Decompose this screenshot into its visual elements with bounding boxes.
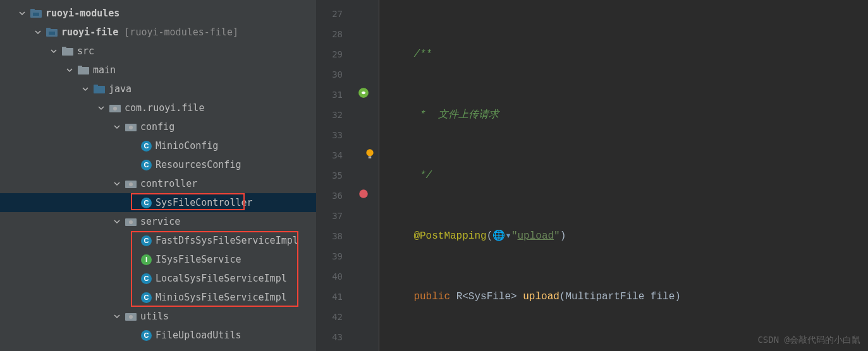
svg-rect-4 [46, 28, 51, 30]
tree-item-class[interactable]: C ResourcesConfig [0, 155, 316, 174]
svg-point-17 [129, 182, 133, 186]
class-icon: C [141, 273, 152, 284]
module-icon [30, 8, 42, 19]
tree-label: controller [140, 178, 197, 189]
tree-item-java[interactable]: java [0, 80, 316, 98]
svg-point-21 [129, 315, 133, 319]
tree-label: src [77, 45, 94, 57]
source-folder-icon [94, 83, 105, 95]
class-icon: C [141, 141, 152, 152]
tree-item-main[interactable]: main [0, 61, 316, 80]
svg-point-25 [359, 189, 368, 198]
chevron-down-icon[interactable] [113, 179, 121, 188]
tree-item-sysfilecontroller[interactable]: C SysFileController [0, 193, 316, 212]
tree-label: FastDfsSysFileServiceImpl [156, 235, 298, 246]
gutter-icons [354, 0, 379, 351]
chevron-down-icon[interactable] [34, 28, 42, 37]
svg-rect-11 [94, 85, 98, 87]
tree-item-interface[interactable]: I ISysFileService [0, 250, 316, 269]
svg-rect-9 [78, 66, 82, 68]
chevron-down-icon[interactable] [18, 9, 27, 18]
chevron-down-icon[interactable] [113, 122, 121, 131]
tree-item-modules[interactable]: ruoyi-modules [0, 4, 316, 23]
chevron-down-icon[interactable] [113, 217, 121, 226]
tree-item-controller[interactable]: controller [0, 174, 316, 193]
interface-icon: I [141, 254, 152, 265]
tree-label: SysFileController [156, 197, 253, 208]
package-icon [125, 178, 137, 189]
svg-rect-24 [369, 157, 372, 158]
chevron-down-icon[interactable] [113, 312, 121, 321]
class-icon: C [141, 292, 152, 303]
tree-label: java [109, 83, 131, 95]
svg-point-23 [366, 149, 373, 156]
tree-label: LocalSysFileServiceImpl [156, 273, 287, 284]
tree-label: ResourcesConfig [156, 159, 241, 170]
bulb-icon[interactable] [364, 148, 376, 159]
chevron-down-icon[interactable] [97, 104, 106, 112]
class-icon: C [141, 330, 152, 341]
project-tree[interactable]: ruoyi-modules ruoyi-file [ruoyi-modules-… [0, 0, 316, 351]
class-icon: C [141, 198, 152, 208]
tree-label: FileUploadUtils [156, 330, 241, 341]
svg-rect-1 [30, 9, 35, 11]
package-icon [125, 121, 137, 133]
code-area[interactable]: /** * 文件上传请求 */ @PostMapping(🌐▾"upload")… [379, 0, 868, 351]
tree-item-config[interactable]: config [0, 117, 316, 136]
tree-item-utils[interactable]: utils [0, 307, 316, 326]
tree-label: MinioConfig [156, 140, 218, 152]
spring-bean-icon[interactable] [358, 87, 369, 98]
tree-item-service[interactable]: service [0, 212, 316, 231]
chevron-down-icon[interactable] [49, 47, 58, 56]
line-number-gutter: 27282930 31323334 35363738 39404142 43 [316, 0, 354, 351]
tree-label: main [93, 64, 116, 76]
tree-label: ruoyi-file [ruoyi-modules-file] [61, 27, 238, 38]
chevron-down-icon[interactable] [65, 66, 74, 74]
tree-item-class[interactable]: C MinioConfig [0, 136, 316, 155]
tree-label: config [140, 121, 174, 133]
package-icon [109, 102, 121, 114]
svg-point-15 [129, 126, 133, 129]
svg-rect-7 [62, 47, 66, 49]
tree-label: service [140, 216, 180, 227]
tree-item-src[interactable]: src [0, 42, 316, 61]
tree-label: utils [140, 311, 169, 322]
tree-label: com.ruoyi.file [125, 102, 204, 114]
tree-item-class[interactable]: C MinioSysFileServiceImpl [0, 288, 316, 307]
module-icon [46, 27, 58, 38]
tree-label: ISysFileService [156, 254, 241, 265]
code-editor[interactable]: 27282930 31323334 35363738 39404142 43 /… [316, 0, 868, 351]
class-icon: C [141, 160, 152, 170]
svg-rect-5 [49, 32, 55, 35]
tree-item-file-module[interactable]: ruoyi-file [ruoyi-modules-file] [0, 23, 316, 42]
folder-icon [62, 45, 73, 57]
package-icon [125, 216, 137, 227]
svg-point-19 [129, 220, 133, 224]
breakpoint-icon[interactable] [358, 188, 369, 199]
watermark: CSDN @会敲代码的小白鼠 [757, 335, 860, 346]
package-icon [125, 311, 137, 322]
tree-item-class[interactable]: C LocalSysFileServiceImpl [0, 269, 316, 288]
chevron-down-icon[interactable] [81, 85, 90, 93]
class-icon: C [141, 235, 152, 246]
folder-icon [78, 64, 89, 76]
svg-point-13 [113, 107, 117, 110]
svg-rect-2 [33, 13, 39, 16]
tree-label: ruoyi-modules [46, 8, 119, 19]
tree-item-class[interactable]: C FastDfsSysFileServiceImpl [0, 231, 316, 250]
tree-item-class[interactable]: C FileUploadUtils [0, 326, 316, 345]
tree-item-package[interactable]: com.ruoyi.file [0, 98, 316, 117]
tree-label: MinioSysFileServiceImpl [156, 292, 287, 303]
